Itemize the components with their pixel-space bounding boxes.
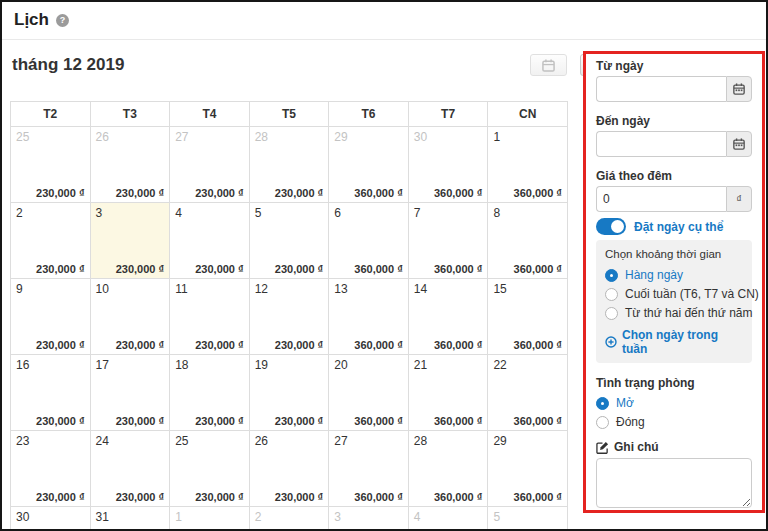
radio-selected-icon[interactable] [605,269,618,282]
calendar-day-cell[interactable]: 2230,000 ₫ [11,203,91,279]
calendar-day-cell[interactable]: 14360,000 ₫ [408,279,488,355]
day-header-t4: T4 [170,102,250,127]
calendar-day-cell[interactable]: 31 [90,507,170,531]
calendar-day-cell[interactable]: 11230,000 ₫ [170,279,250,355]
help-icon[interactable]: ? [56,14,69,27]
calendar-day-cell[interactable]: 26230,000 ₫ [90,127,170,203]
calendar-day-cell[interactable]: 24230,000 ₫ [90,431,170,507]
calendar-day-cell[interactable]: 25230,000 ₫ [11,127,91,203]
day-number: 5 [255,206,262,220]
radio-icon[interactable] [605,288,618,301]
price-input[interactable] [596,186,726,212]
radio-label: Mở [616,396,634,410]
calendar-day-cell[interactable]: 6360,000 ₫ [329,203,409,279]
day-price: 230,000 ₫ [116,339,164,351]
radio-option-daily[interactable]: Hàng ngày [605,268,743,282]
calendar-day-cell[interactable]: 21360,000 ₫ [408,355,488,431]
day-price: 230,000 ₫ [275,263,323,275]
calendar-icon[interactable] [726,131,752,157]
day-number: 5 [493,510,500,524]
calendar-day-cell[interactable]: 17230,000 ₫ [90,355,170,431]
calendar-day-cell[interactable]: 1360,000 ₫ [488,127,568,203]
note-textarea[interactable] [596,458,752,508]
radio-label: Đóng [616,415,645,429]
calendar-week-row: 25230,000 ₫26230,000 ₫27230,000 ₫28230,0… [11,127,568,203]
day-number: 18 [175,358,188,372]
calendar-day-cell[interactable]: 29360,000 ₫ [488,431,568,507]
from-date-label: Từ ngày [596,60,752,72]
radio-label: Từ thứ hai đến thứ năm [625,306,753,320]
calendar-day-cell[interactable]: 4 [408,507,488,531]
calendar-day-cell[interactable]: 9230,000 ₫ [11,279,91,355]
calendar-day-cell[interactable]: 3 [329,507,409,531]
day-price: 230,000 ₫ [195,491,243,503]
calendar-day-cell[interactable]: 19230,000 ₫ [249,355,329,431]
currency-addon: ₫ [726,186,752,212]
calendar-day-cell[interactable]: 16230,000 ₫ [11,355,91,431]
calendar-day-cell[interactable]: 10230,000 ₫ [90,279,170,355]
calendar-day-cell[interactable]: 4230,000 ₫ [170,203,250,279]
day-price: 360,000 ₫ [514,339,562,351]
calendar-day-cell[interactable]: 30 [11,507,91,531]
calendar-day-cell[interactable]: 13360,000 ₫ [329,279,409,355]
datepicker-button[interactable] [530,54,567,76]
radio-option-weekend[interactable]: Cuối tuần (T6, T7 và CN) [605,287,743,301]
day-price: 230,000 ₫ [195,187,243,199]
to-date-input[interactable] [596,131,726,157]
calendar-day-cell[interactable]: 1 [170,507,250,531]
day-number: 1 [493,130,500,144]
day-number: 29 [493,434,506,448]
calendar-day-cell[interactable]: 22360,000 ₫ [488,355,568,431]
radio-icon[interactable] [596,416,609,429]
calendar-day-cell[interactable]: 29360,000 ₫ [329,127,409,203]
radio-option-mon-thu[interactable]: Từ thứ hai đến thứ năm [605,306,743,320]
calendar-week-row: 9230,000 ₫10230,000 ₫11230,000 ₫12230,00… [11,279,568,355]
toggle-knob [611,220,624,233]
calendar-day-cell[interactable]: 25230,000 ₫ [170,431,250,507]
calendar-day-cell[interactable]: 27360,000 ₫ [329,431,409,507]
day-price: 230,000 ₫ [116,415,164,427]
day-price: 360,000 ₫ [514,187,562,199]
calendar-day-cell[interactable]: 12230,000 ₫ [249,279,329,355]
day-number: 19 [255,358,268,372]
day-number: 17 [96,358,109,372]
day-number: 27 [175,130,188,144]
calendar-day-cell[interactable]: 18230,000 ₫ [170,355,250,431]
day-price: 230,000 ₫ [195,263,243,275]
calendar-week-row: 303112345 [11,507,568,531]
calendar-day-cell[interactable]: 5 [488,507,568,531]
day-price: 230,000 ₫ [36,263,84,275]
to-date-group [596,131,752,157]
calendar-day-cell[interactable]: 5230,000 ₫ [249,203,329,279]
from-date-input[interactable] [596,76,726,102]
calendar-icon[interactable] [726,76,752,102]
calendar-day-cell[interactable]: 7360,000 ₫ [408,203,488,279]
radio-option-closed[interactable]: Đóng [596,415,752,429]
calendar-day-cell[interactable]: 15360,000 ₫ [488,279,568,355]
calendar-day-cell[interactable]: 8360,000 ₫ [488,203,568,279]
day-number: 11 [175,282,187,296]
calendar-day-cell[interactable]: 27230,000 ₫ [170,127,250,203]
radio-selected-icon[interactable] [596,397,609,410]
calendar-day-cell[interactable]: 30360,000 ₫ [408,127,488,203]
day-header-t3: T3 [90,102,170,127]
day-number: 12 [255,282,268,296]
specific-date-toggle[interactable] [596,218,626,235]
choose-weekday-link[interactable]: Chọn ngày trong tuần [605,328,743,356]
day-price: 360,000 ₫ [434,415,482,427]
calendar-day-cell[interactable]: 28230,000 ₫ [249,127,329,203]
calendar-day-cell[interactable]: 2 [249,507,329,531]
day-price: 360,000 ₫ [354,263,402,275]
calendar-day-cell[interactable]: 20360,000 ₫ [329,355,409,431]
calendar-day-cell[interactable]: 26230,000 ₫ [249,431,329,507]
calendar-day-cell[interactable]: 3230,000 ₫ [90,203,170,279]
radio-icon[interactable] [605,307,618,320]
day-price: 360,000 ₫ [354,491,402,503]
calendar-day-cell[interactable]: 23230,000 ₫ [11,431,91,507]
calendar-day-cell[interactable]: 28360,000 ₫ [408,431,488,507]
day-price: 230,000 ₫ [36,415,84,427]
day-number: 26 [255,434,268,448]
radio-option-open[interactable]: Mở [596,396,752,410]
day-number: 10 [96,282,109,296]
day-number: 13 [334,282,347,296]
